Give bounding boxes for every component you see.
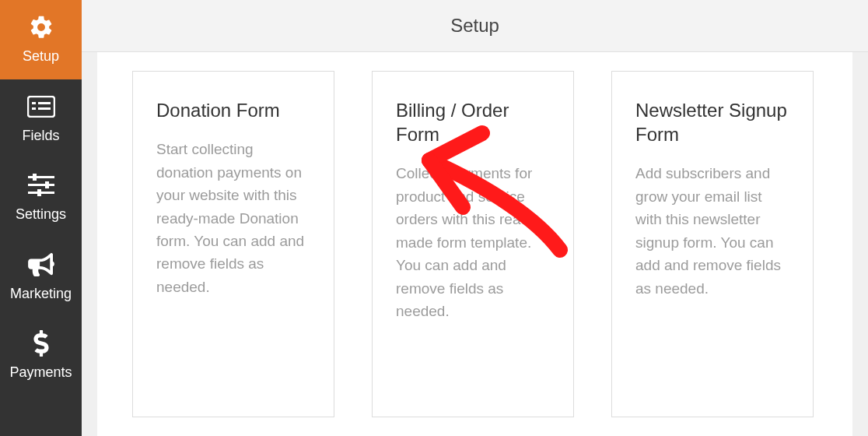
template-card-billing[interactable]: Billing / Order Form Collect Payments fo… [372,71,574,417]
card-description: Add subscribers and grow your email list… [635,162,789,300]
svg-rect-9 [45,181,49,188]
card-description: Collect Payments for product and service… [396,162,550,322]
sidebar-item-label: Payments [9,364,72,382]
svg-rect-4 [38,107,51,110]
gear-icon [28,14,54,40]
template-card-newsletter[interactable]: Newsletter Signup Form Add subscribers a… [611,71,814,417]
svg-rect-6 [28,184,54,186]
bullhorn-icon [28,251,54,278]
sidebar-item-payments[interactable]: Payments [0,316,82,396]
sidebar-item-settings[interactable]: Settings [0,158,82,237]
template-cards: Donation Form Start collecting donation … [97,52,852,436]
card-description: Start collecting donation payments on yo… [156,138,310,298]
sidebar-item-setup[interactable]: Setup [0,0,82,79]
sidebar-item-label: Marketing [10,286,72,303]
card-title: Newsletter Signup Form [635,98,789,146]
svg-rect-5 [28,176,54,178]
template-card-donation[interactable]: Donation Form Start collecting donation … [132,71,334,417]
list-icon [27,93,55,120]
svg-rect-1 [32,102,36,104]
sidebar: Setup Fields Settings [0,0,82,436]
main: Setup Donation Form Start collecting don… [82,0,868,436]
svg-rect-0 [28,97,54,117]
sidebar-item-label: Settings [16,206,66,223]
dollar-icon [33,330,49,357]
svg-rect-10 [37,189,41,196]
sidebar-item-fields[interactable]: Fields [0,79,82,159]
svg-rect-8 [33,174,37,181]
sidebar-item-label: Setup [23,48,59,65]
svg-rect-2 [38,102,51,104]
sidebar-item-label: Fields [22,128,59,145]
card-title: Billing / Order Form [396,98,550,146]
svg-rect-3 [32,107,36,110]
card-title: Donation Form [156,98,310,122]
sidebar-item-marketing[interactable]: Marketing [0,237,82,317]
page-title: Setup [82,0,868,52]
sliders-icon [28,172,54,199]
